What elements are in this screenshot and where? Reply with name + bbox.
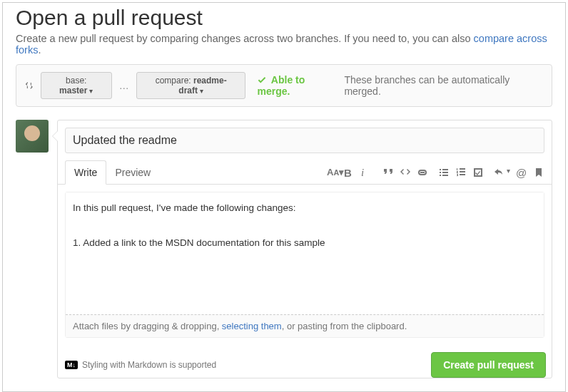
markdown-icon: M↓: [65, 361, 78, 369]
tab-write[interactable]: Write: [65, 160, 106, 185]
italic-icon[interactable]: i: [361, 167, 372, 178]
task-icon[interactable]: [472, 167, 484, 178]
ellipsis: …: [118, 80, 131, 91]
markdown-note[interactable]: M↓ Styling with Markdown is supported: [65, 360, 216, 370]
reply-icon[interactable]: [494, 167, 505, 178]
attach-hint[interactable]: Attach files by dragging & dropping, sel…: [66, 314, 544, 337]
tab-preview[interactable]: Preview: [106, 161, 159, 184]
base-branch-dropdown[interactable]: base: master▾: [41, 72, 112, 99]
check-icon: [257, 75, 267, 85]
link-icon[interactable]: [417, 167, 428, 178]
mention-icon[interactable]: @: [516, 167, 527, 178]
ol-icon[interactable]: [455, 167, 467, 178]
merge-status: Able to merge.: [257, 74, 338, 97]
ul-icon[interactable]: [438, 167, 450, 178]
branch-compare-bar: base: master▾ … compare: readme-draft▾ A…: [16, 64, 552, 107]
pr-description-input[interactable]: [66, 192, 544, 312]
merge-status-detail: These branches can be automatically merg…: [344, 74, 544, 97]
comment-box: Write Preview AA▾ B i: [57, 120, 552, 378]
text-size-icon[interactable]: AA▾: [327, 167, 338, 178]
formatting-toolbar: AA▾ B i ▾: [327, 167, 544, 178]
bookmark-icon[interactable]: [533, 167, 544, 178]
page-title: Open a pull request: [16, 6, 552, 30]
create-pr-button[interactable]: Create pull request: [431, 352, 546, 378]
select-files-link[interactable]: selecting them: [222, 321, 282, 331]
code-icon[interactable]: [400, 167, 411, 178]
page-subhead: Create a new pull request by comparing c…: [16, 33, 552, 56]
bold-icon[interactable]: B: [344, 167, 355, 178]
compare-branch-dropdown[interactable]: compare: readme-draft▾: [136, 72, 246, 99]
pr-title-input[interactable]: [65, 128, 544, 153]
quote-icon[interactable]: [382, 167, 394, 178]
compare-icon: [24, 80, 35, 91]
avatar: [16, 120, 49, 153]
